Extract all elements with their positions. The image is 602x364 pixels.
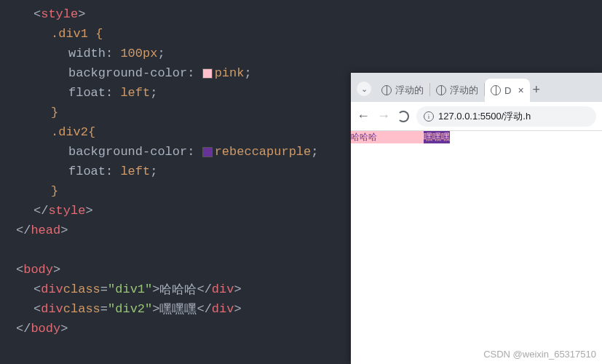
color-swatch-rebeccapurple — [202, 147, 213, 157]
code-editor: <style> .div1 { width: 100px; background… — [0, 0, 349, 364]
page-viewport: 哈哈哈 嘿嘿嘿 — [351, 131, 602, 364]
back-button[interactable]: ← — [357, 108, 370, 124]
tab-label: D — [504, 85, 511, 96]
tab-label: 浮动的 — [450, 84, 478, 97]
page-div2: 嘿嘿嘿 — [424, 131, 450, 143]
browser-tab[interactable]: 浮动的 — [376, 79, 429, 102]
color-swatch-pink — [202, 68, 213, 79]
forward-button[interactable]: → — [377, 108, 390, 124]
url-text: 127.0.0.1:5500/浮动.h — [438, 110, 531, 123]
new-tab-button[interactable]: + — [533, 82, 541, 98]
site-info-icon[interactable]: i — [424, 111, 434, 122]
browser-toolbar: ← → i 127.0.0.1:5500/浮动.h — [351, 102, 602, 131]
browser-tab-bar: ⌄ 浮动的 浮动的 D × + — [351, 73, 602, 102]
close-icon[interactable]: × — [518, 84, 523, 96]
watermark: CSDN @weixin_65317510 — [483, 349, 596, 360]
globe-icon — [381, 85, 392, 95]
page-div1: 哈哈哈 — [351, 131, 424, 143]
reload-button[interactable] — [397, 111, 409, 122]
globe-icon — [491, 85, 501, 95]
address-bar[interactable]: i 127.0.0.1:5500/浮动.h — [416, 106, 596, 127]
browser-window: ⌄ 浮动的 浮动的 D × + ← → i 127.0.0.1:5500/浮动.… — [351, 73, 602, 364]
tab-dropdown-button[interactable]: ⌄ — [357, 82, 371, 96]
browser-tab[interactable]: 浮动的 — [430, 79, 484, 102]
browser-tab-active[interactable]: D × — [485, 79, 530, 102]
globe-icon — [436, 85, 446, 95]
tab-label: 浮动的 — [395, 84, 424, 97]
